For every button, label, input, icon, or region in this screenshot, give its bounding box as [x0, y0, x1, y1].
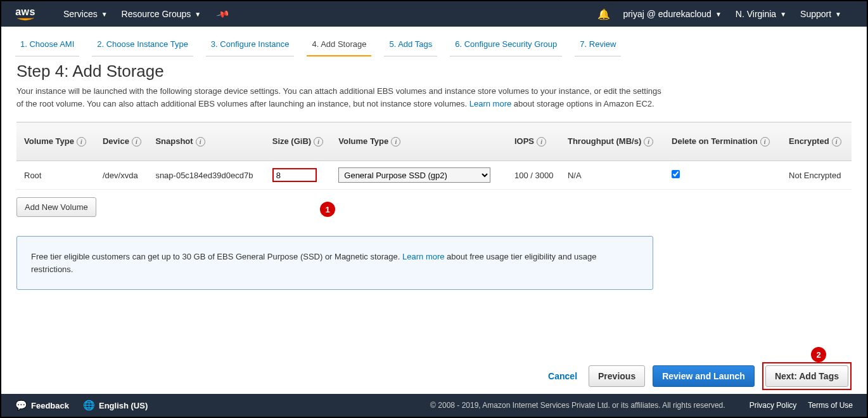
info-icon[interactable]: i	[391, 137, 400, 147]
review-and-launch-button[interactable]: Review and Launch	[653, 365, 755, 387]
cell-delete	[667, 161, 784, 190]
aws-logo[interactable]: aws	[13, 6, 38, 22]
tab-add-tags[interactable]: 5. Add Tags	[384, 36, 437, 56]
info-icon[interactable]: i	[77, 137, 86, 147]
terms-of-use-link[interactable]: Terms of Use	[808, 401, 853, 410]
info-icon[interactable]: i	[832, 137, 841, 147]
info-icon[interactable]: i	[537, 137, 546, 147]
cell-volume-type2: General Purpose SSD (gp2)	[333, 161, 509, 190]
tab-instance-type[interactable]: 2. Choose Instance Type	[92, 36, 193, 56]
caret-down-icon: ▼	[835, 11, 841, 18]
cell-volume-type: Root	[16, 161, 98, 190]
info-icon[interactable]: i	[196, 137, 205, 147]
next-button-highlight: Next: Add Tags	[762, 362, 852, 390]
th-volume-type: Volume Typei	[16, 122, 98, 161]
cell-size	[267, 161, 334, 190]
cell-encrypted: Not Encrypted	[784, 161, 852, 190]
aws-logo-text: aws	[15, 6, 35, 18]
th-volume-type2: Volume Typei	[333, 122, 509, 161]
th-delete-on-termination: Delete on Terminationi	[667, 122, 784, 161]
action-bar: Cancel Previous Review and Launch Next: …	[548, 362, 852, 390]
caret-down-icon: ▼	[715, 11, 722, 18]
nav-services[interactable]: Services▼	[63, 9, 108, 19]
aws-swoosh-icon	[13, 18, 38, 22]
language-selector[interactable]: English (US)	[99, 401, 148, 410]
infobox-learn-more-link[interactable]: Learn more	[402, 252, 444, 261]
size-input[interactable]	[272, 168, 317, 182]
nav-region[interactable]: N. Virginia▼	[736, 9, 786, 19]
feedback-link[interactable]: Feedback	[31, 401, 69, 410]
th-throughput: Throughput (MB/s)i	[563, 122, 667, 161]
next-add-tags-button[interactable]: Next: Add Tags	[765, 365, 848, 387]
wizard-tabs: 1. Choose AMI 2. Choose Instance Type 3.…	[1, 27, 867, 56]
tab-review[interactable]: 7. Review	[575, 36, 621, 56]
th-size: Size (GiB)i	[267, 122, 334, 161]
nav-support-label: Support	[800, 9, 831, 19]
caret-down-icon: ▼	[101, 11, 108, 18]
cell-throughput: N/A	[563, 161, 667, 190]
info-icon[interactable]: i	[314, 137, 323, 147]
feedback-icon: 💬	[15, 400, 27, 411]
delete-on-termination-checkbox[interactable]	[672, 170, 680, 178]
page-description: Your instance will be launched with the …	[16, 85, 663, 110]
free-tier-info-box: Free tier eligible customers can get up …	[16, 236, 653, 290]
main-content: Step 4: Add Storage Your instance will b…	[1, 56, 867, 290]
tab-add-storage[interactable]: 4. Add Storage	[307, 36, 371, 56]
infobox-text1: Free tier eligible customers can get up …	[31, 252, 402, 261]
info-icon[interactable]: i	[760, 137, 770, 147]
cell-snapshot: snap-05c184ed39d0ecd7b	[150, 161, 267, 190]
nav-account-label: priyaj @ edurekacloud	[623, 9, 712, 19]
footer: 💬 Feedback 🌐 English (US) © 2008 - 2019,…	[1, 394, 867, 417]
nav-services-label: Services	[63, 9, 98, 19]
th-encrypted: Encryptedi	[784, 122, 852, 161]
tab-configure-instance[interactable]: 3. Configure Instance	[206, 36, 295, 56]
volume-type-select[interactable]: General Purpose SSD (gp2)	[338, 167, 490, 183]
th-device: Devicei	[98, 122, 150, 161]
nav-region-label: N. Virginia	[736, 9, 776, 19]
tab-security-group[interactable]: 6. Configure Security Group	[450, 36, 562, 56]
storage-table: Volume Typei Devicei Snapshoti Size (GiB…	[16, 122, 852, 190]
page-title: Step 4: Add Storage	[16, 62, 852, 81]
globe-icon: 🌐	[83, 400, 95, 411]
top-nav: aws Services▼ Resource Groups▼ 📌 🔔 priya…	[1, 1, 867, 27]
cell-device: /dev/xvda	[98, 161, 150, 190]
info-icon[interactable]: i	[132, 137, 141, 147]
annotation-2: 2	[811, 347, 826, 362]
annotation-1: 1	[320, 202, 335, 217]
caret-down-icon: ▼	[780, 11, 786, 18]
cancel-link[interactable]: Cancel	[548, 371, 577, 381]
nav-support[interactable]: Support▼	[800, 9, 841, 19]
learn-more-link[interactable]: Learn more	[469, 99, 511, 108]
info-icon[interactable]: i	[644, 137, 653, 147]
tab-choose-ami[interactable]: 1. Choose AMI	[15, 36, 79, 56]
nav-resource-groups[interactable]: Resource Groups▼	[122, 9, 201, 19]
nav-account[interactable]: priyaj @ edurekacloud▼	[623, 9, 721, 19]
th-iops: IOPSi	[509, 122, 563, 161]
pin-icon[interactable]: 📌	[215, 7, 230, 21]
th-snapshot: Snapshoti	[150, 122, 267, 161]
table-header-row: Volume Typei Devicei Snapshoti Size (GiB…	[16, 122, 852, 161]
bell-icon[interactable]: 🔔	[597, 8, 610, 20]
previous-button[interactable]: Previous	[589, 365, 645, 387]
desc-part2: about storage options in Amazon EC2.	[511, 99, 654, 108]
table-row: Root /dev/xvda snap-05c184ed39d0ecd7b Ge…	[16, 161, 852, 190]
caret-down-icon: ▼	[195, 11, 201, 18]
cell-iops: 100 / 3000	[509, 161, 563, 190]
add-new-volume-button[interactable]: Add New Volume	[16, 197, 96, 217]
nav-resource-groups-label: Resource Groups	[122, 9, 191, 19]
copyright-text: © 2008 - 2019, Amazon Internet Services …	[430, 401, 725, 410]
privacy-policy-link[interactable]: Privacy Policy	[750, 401, 797, 410]
